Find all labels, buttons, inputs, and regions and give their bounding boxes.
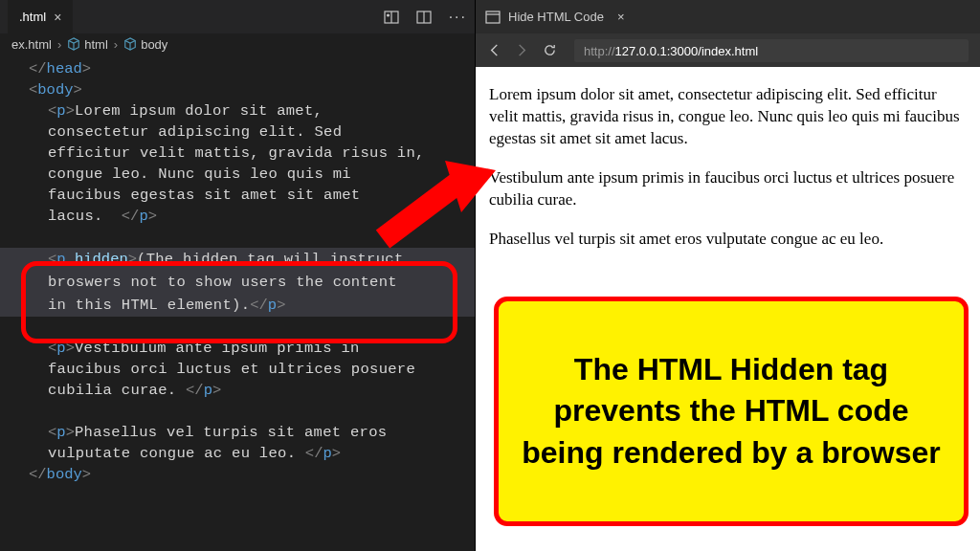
chevron-right-icon: ›	[57, 37, 61, 52]
tab-actions: ···	[384, 9, 467, 26]
annotation-arrow-icon	[373, 153, 507, 249]
reload-icon[interactable]	[543, 43, 557, 57]
breadcrumb-html: html	[84, 37, 108, 52]
close-icon[interactable]: ×	[617, 10, 625, 24]
editor-tab[interactable]: .html ×	[8, 0, 73, 33]
rendered-paragraph: Lorem ipsum dolor sit amet, consectetur …	[489, 84, 967, 150]
code-line: <p>Lorem ipsum dolor sit amet,	[0, 100, 475, 121]
split-icon[interactable]	[416, 10, 432, 25]
code-line-blank	[0, 317, 475, 338]
rendered-paragraph: Vestibulum ante ipsum primis in faucibus…	[489, 167, 967, 211]
callout-text: The HTML Hidden tag prevents the HTML co…	[520, 349, 943, 474]
forward-icon[interactable]	[515, 43, 529, 57]
split-preview-icon[interactable]	[384, 10, 399, 25]
code-line: <body>	[0, 79, 475, 100]
code-line: vulputate congue ac eu leo. </p>	[0, 443, 475, 464]
editor-tab-bar: .html × ···	[0, 0, 475, 33]
svg-rect-5	[486, 11, 500, 23]
preview-icon	[485, 10, 501, 25]
code-line: cubilia curae. </p>	[0, 380, 475, 401]
cube-icon	[67, 37, 80, 51]
close-icon[interactable]: ×	[54, 10, 61, 25]
code-line: <p>Phasellus vel turpis sit amet eros	[0, 422, 475, 443]
code-line: faucibus orci luctus et ultrices posuere	[0, 359, 475, 380]
code-line: </body>	[0, 464, 475, 485]
code-line-highlighted: <p hidden>(The hidden tag will instruct	[0, 248, 475, 271]
code-line-blank	[0, 401, 475, 422]
breadcrumb-body: body	[141, 37, 167, 52]
browser-tab-bar: Hide HTML Code ×	[476, 0, 980, 33]
code-editor[interactable]: </head> <body> <p>Lorem ipsum dolor sit …	[0, 55, 475, 551]
code-line-highlighted: broswers not to show users the content	[0, 271, 475, 294]
rendered-paragraph: Phasellus vel turpis sit amet eros vulpu…	[489, 229, 967, 251]
back-icon[interactable]	[487, 43, 501, 57]
breadcrumb-file: ex.html	[11, 37, 52, 52]
url-bar[interactable]: http://127.0.0.1:3000/index.html	[574, 39, 969, 62]
url-text: http://127.0.0.1:3000/index.html	[584, 44, 758, 58]
chevron-right-icon: ›	[114, 37, 118, 52]
editor-pane: .html × ··· ex.html › html › body </head…	[0, 0, 475, 551]
code-line: <p>Vestibulum ante ipsum primis in	[0, 338, 475, 359]
code-line: consectetur adipiscing elit. Sed	[0, 121, 475, 143]
tab-label: .html	[19, 10, 46, 24]
browser-tab-label[interactable]: Hide HTML Code	[508, 10, 604, 24]
annotation-callout: The HTML Hidden tag prevents the HTML co…	[494, 297, 969, 526]
breadcrumb[interactable]: ex.html › html › body	[0, 33, 475, 55]
more-icon[interactable]: ···	[449, 9, 467, 26]
cube-icon	[123, 37, 137, 51]
browser-nav: http://127.0.0.1:3000/index.html	[476, 33, 980, 67]
code-line: </head>	[0, 58, 475, 79]
code-line-highlighted: in this HTML element).</p>	[0, 294, 475, 317]
svg-point-2	[387, 14, 389, 16]
